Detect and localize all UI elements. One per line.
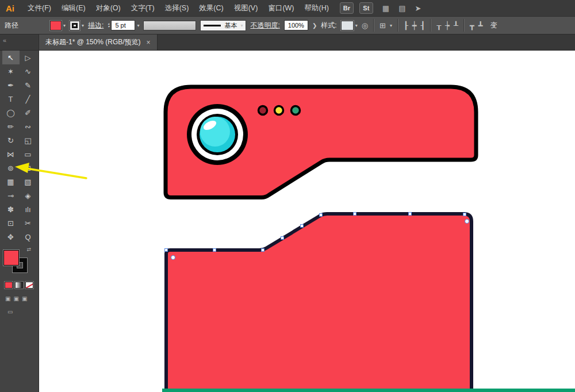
align-left-icon[interactable]: ┠ [404,21,408,30]
anchor-point[interactable] [165,249,168,252]
ellipse-tool[interactable]: ◯ [2,106,20,120]
opacity-label[interactable]: 不透明度: [250,21,279,30]
type-tool[interactable]: T [2,92,20,106]
menu-file[interactable]: 文件(F) [22,3,56,13]
zoom-tool[interactable]: Q [20,230,37,244]
screen-mode-icon[interactable]: ▭ [7,309,13,315]
workspace: « ↖ ▷ ✶ ∿ ✒ ✎ T ╱ ◯ ✐ ✏ ∾ ↻ ◱ ⋈ ▭ ⊚ ⊞ ▦ … [0,34,575,392]
align-top-icon[interactable]: ┰ [436,21,441,30]
menu-edit[interactable]: 编辑(E) [56,3,91,13]
gradient-tool[interactable]: ▧ [20,175,37,189]
shaper-tool[interactable]: ∾ [20,120,37,133]
none-button[interactable] [25,282,33,289]
curvature-tool[interactable]: ✎ [20,78,37,92]
blend-tool[interactable]: ◈ [20,189,37,202]
fill-indicator[interactable] [3,250,19,266]
draw-inside-icon[interactable]: ▣ [22,295,27,302]
line-segment-tool[interactable]: ╱ [20,92,37,106]
column-graph-tool[interactable]: ılı [20,202,37,216]
anchor-point[interactable] [354,213,356,216]
panel-collapse-icon[interactable]: « [0,34,39,51]
mesh-tool[interactable]: ▦ [2,175,20,189]
lens[interactable] [187,104,248,165]
symbol-sprayer-tool[interactable]: ✽ [2,202,20,216]
document-tab[interactable]: 未标题-1* @ 150% (RGB/预览) × [39,34,158,50]
eyedropper-tool[interactable]: ⊸ [2,189,20,202]
chevron-down-icon: ▾ [82,23,84,28]
anchor-point[interactable] [301,225,304,228]
pencil-tool[interactable]: ✏ [2,120,20,133]
anchor-point[interactable] [281,237,284,240]
opacity-value[interactable]: 100% [284,20,308,30]
rotate-tool[interactable]: ↻ [2,133,20,147]
shape-builder-tool[interactable]: ⊚ [2,161,20,175]
anchor-point[interactable] [320,214,323,217]
swap-fill-stroke-icon[interactable]: ⇄ [26,247,31,252]
pen-tool[interactable]: ✒ [2,78,20,92]
distribute-top-icon[interactable]: ┳ [470,21,474,30]
artboard-tool[interactable]: ⊡ [2,216,20,230]
recolor-artwork-icon[interactable]: ◎ [362,21,368,30]
brush-definition-dropdown[interactable]: 基本 ▾ [200,20,246,31]
green-edge-shape[interactable] [162,389,575,392]
arrange-documents-icon[interactable]: ▦ [382,4,389,13]
gradient-button[interactable] [15,282,23,289]
close-icon[interactable]: × [147,39,151,47]
align-middle-icon[interactable]: ┾ [445,21,450,30]
indicator-green[interactable] [292,106,300,115]
align-center-icon[interactable]: ┿ [412,21,417,30]
chevron-down-icon: ▾ [240,23,243,28]
divider [397,19,398,32]
corner-widget[interactable] [171,256,175,260]
align-right-icon[interactable]: ┨ [421,21,425,30]
draw-normal-icon[interactable]: ▣ [5,295,10,302]
indicator-red[interactable] [259,106,267,115]
direct-selection-tool[interactable]: ▷ [20,51,37,64]
opacity-panel-arrow[interactable]: ❯ [312,22,317,29]
width-tool[interactable]: ⋈ [2,147,20,161]
pokedex-bottom-shape[interactable] [166,214,471,392]
magic-wand-tool[interactable]: ✶ [2,64,20,78]
color-button[interactable] [5,282,13,289]
stroke-weight-value[interactable]: 5 pt [111,20,135,30]
anchor-point[interactable] [262,249,264,252]
stroke-color-picker[interactable]: ▾ [70,21,84,30]
anchor-point[interactable] [463,213,466,216]
draw-behind-icon[interactable]: ▣ [13,295,18,302]
document-setup-icon[interactable]: ⊞ [379,21,386,30]
align-buttons: ┠ ┿ ┨ [404,21,425,30]
slice-tool[interactable]: ✂ [20,216,37,230]
share-icon[interactable]: ➤ [415,4,421,13]
stock-badge[interactable]: St [359,2,373,14]
corner-widget[interactable] [465,220,469,224]
workspace-switcher-icon[interactable]: ▤ [398,4,405,13]
hand-tool[interactable]: ✥ [2,230,20,244]
menu-type[interactable]: 文字(T) [126,3,160,13]
menu-window[interactable]: 窗口(W) [263,3,299,13]
stroke-profile-dropdown[interactable]: ▾ [143,21,196,30]
align-bottom-icon[interactable]: ┸ [454,21,458,30]
bridge-badge[interactable]: Br [340,2,354,14]
anchor-point[interactable] [409,213,412,216]
stepper-arrows-icon[interactable]: ▴▾ [108,22,109,28]
stroke-label[interactable]: 描边: [88,21,103,30]
perspective-grid-tool[interactable]: ⊞ [20,161,37,175]
menu-select[interactable]: 选择(S) [160,3,194,13]
graphic-style-swatch [341,21,354,30]
menu-object[interactable]: 对象(O) [91,3,126,13]
menu-view[interactable]: 视图(V) [229,3,263,13]
scale-tool[interactable]: ◱ [20,133,37,147]
canvas[interactable] [39,51,575,392]
menu-effect[interactable]: 效果(C) [194,3,228,13]
fill-color-picker[interactable]: ▾ [50,21,66,30]
lasso-tool[interactable]: ∿ [20,64,37,78]
anchor-point[interactable] [213,249,216,252]
stroke-weight-stepper[interactable]: ▴▾ 5 pt ▾ [108,20,139,30]
graphic-style-dropdown[interactable]: ▾ [341,21,358,30]
menu-help[interactable]: 帮助(H) [300,3,334,13]
distribute-bottom-icon[interactable]: ┻ [478,21,483,30]
selection-tool[interactable]: ↖ [2,51,20,64]
indicator-yellow[interactable] [275,106,283,115]
free-transform-tool[interactable]: ▭ [20,147,37,161]
paintbrush-tool[interactable]: ✐ [20,106,37,120]
